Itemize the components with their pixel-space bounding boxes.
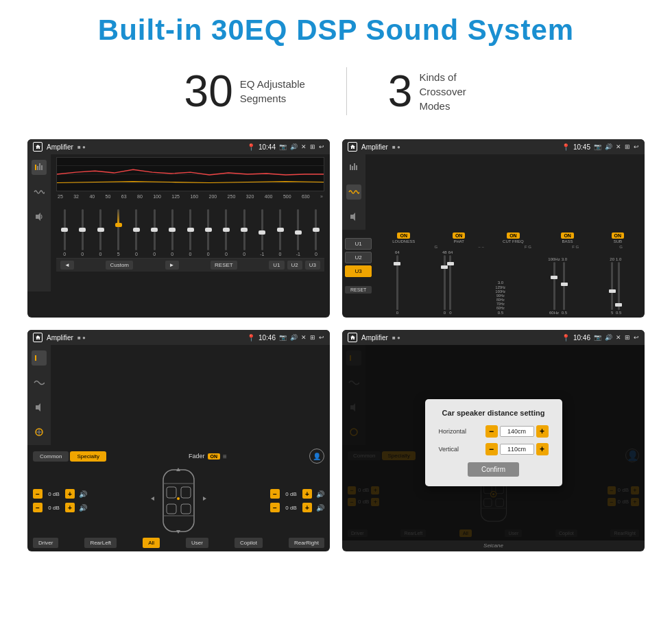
crossover-sidebar (342, 154, 365, 230)
eq-slider-14: -1 (290, 209, 307, 257)
fader-sidebar-eq-icon[interactable] (32, 350, 47, 366)
dialog-horizontal-minus[interactable]: − (485, 425, 498, 438)
svg-point-26 (177, 497, 180, 500)
eq-slider-6: 0 (146, 209, 163, 257)
stat-desc-crossover: Kinds of Crossover Modes (419, 70, 488, 113)
fader-rearleft-btn[interactable]: RearLeft (84, 538, 117, 548)
eq-slider-3: 0 (92, 209, 108, 257)
loudness-slider: 64 0 (395, 250, 400, 315)
eq-slider-2: 0 (74, 209, 91, 257)
svg-rect-10 (354, 163, 355, 170)
stat-desc-eq: EQ Adjustable Segments (240, 77, 305, 106)
stat-item-crossover: 3 Kinds of Crossover Modes (347, 69, 529, 113)
bass-sliders: 100Hz 60Hz 3.0 0.5 (548, 257, 567, 315)
crossover-time: 10:45 (573, 143, 590, 151)
crossover-reset-button[interactable]: RESET (345, 286, 372, 294)
fader-copilot-btn[interactable]: Copilot (235, 538, 263, 548)
dialog-horizontal-plus[interactable]: + (536, 425, 549, 438)
fader-tl-minus[interactable]: − (33, 489, 43, 499)
cutfreq-slider: 3.0 125Hz 100Hz 90Hz 80Hz 70Hz 60Hz (496, 281, 505, 315)
fader-common-tab[interactable]: Common (33, 451, 69, 462)
svg-marker-14 (36, 403, 40, 412)
eq-slider-11: 0 (236, 209, 252, 257)
ch-loudness: ON LOUDNESS (392, 232, 415, 243)
svg-rect-1 (37, 166, 38, 170)
fader-driver-btn[interactable]: Driver (33, 538, 58, 548)
home-icon[interactable] (33, 142, 43, 152)
fader-rearright-btn[interactable]: RearRight (289, 538, 324, 548)
svg-rect-2 (39, 163, 40, 170)
fader-br-minus[interactable]: − (270, 503, 280, 512)
fader-bl-minus[interactable]: − (33, 503, 43, 512)
crossover-sidebar-vol-icon[interactable] (346, 209, 361, 224)
svg-rect-9 (352, 166, 353, 170)
fader-tr-minus[interactable]: − (270, 489, 280, 499)
eq-play-button[interactable]: ► (165, 261, 179, 270)
dialog-title: Car speaker distance setting (439, 409, 549, 417)
eq-slider-7: 0 (164, 209, 180, 257)
eq-custom-button[interactable]: Custom (106, 261, 133, 270)
eq-volume-icon: 🔊 (290, 143, 298, 150)
fader-sidebar-vol-icon[interactable] (32, 400, 47, 415)
eq-prev-button[interactable]: ◄ (60, 261, 74, 270)
distance-status-bar: Amplifier ■ ● 📍 10:46 📷 🔊 ✕ ⊞ ↩ (342, 330, 645, 345)
dialog-horizontal-label: Horizontal (439, 428, 477, 435)
fader-sidebar-wave-icon[interactable] (32, 375, 47, 390)
fader-on-label: Fader ON ≡ (189, 453, 227, 460)
eq-sidebar (27, 154, 51, 291)
svg-marker-30 (203, 497, 206, 501)
page-wrapper: Built-in 30EQ DSP Sound System 30 EQ Adj… (0, 0, 672, 572)
svg-rect-24 (181, 504, 191, 514)
svg-rect-18 (163, 470, 194, 532)
eq-u3-button[interactable]: U3 (305, 261, 320, 270)
fader-sidebar-balance-icon[interactable] (32, 425, 47, 440)
eq-content: 2532 4050 6380 100125 160200 250320 4005… (27, 154, 330, 291)
fader-bl-control: − 0 dB + 🔊 (33, 503, 87, 512)
crossover-sidebar-wave-icon[interactable] (346, 184, 361, 200)
fader-status-right: 📍 10:46 📷 🔊 ✕ ⊞ ↩ (247, 334, 324, 342)
fader-tl-plus[interactable]: + (65, 489, 75, 499)
dialog-vertical-plus[interactable]: + (536, 443, 549, 455)
eq-u1-button[interactable]: U1 (269, 261, 284, 270)
fader-body: − 0 dB + 🔊 − 0 dB + 🔊 (33, 466, 324, 535)
eq-status-right: 📍 10:44 📷 🔊 ✕ ⊞ ↩ (247, 143, 324, 151)
fader-all-btn[interactable]: All (143, 538, 160, 548)
crossover-u1-button[interactable]: U1 (345, 238, 372, 250)
eq-sidebar-wave-icon[interactable] (32, 184, 47, 200)
eq-app-label: Amplifier (47, 143, 73, 151)
fader-home-icon[interactable] (33, 333, 43, 342)
eq-back-icon: ↩ (319, 143, 324, 150)
eq-slider-5: 0 (128, 209, 145, 257)
ch-phat: ON PHAT (453, 232, 466, 243)
distance-home-icon[interactable] (348, 333, 357, 342)
eq-reset-button[interactable]: RESET (211, 261, 237, 270)
crossover-content: U1 U2 U3 RESET ON LOUDNESS (342, 154, 645, 318)
dialog-confirm-button[interactable]: Confirm (468, 462, 519, 477)
fader-tr-plus[interactable]: + (302, 489, 312, 499)
crossover-sidebar-eq-icon[interactable] (346, 160, 361, 175)
svg-rect-22 (181, 487, 191, 498)
stat-number-crossover: 3 (388, 69, 413, 113)
eq-u2-button[interactable]: U2 (287, 261, 302, 270)
eq-bottom-bar: ◄ Custom ► RESET U1 U2 U3 (56, 258, 324, 272)
fader-bl-plus[interactable]: + (65, 503, 75, 512)
fader-br-plus[interactable]: + (302, 503, 312, 512)
dialog-horizontal-row: Horizontal − 140cm + (439, 425, 549, 438)
dialog-horizontal-input: − 140cm + (485, 425, 549, 438)
sub-sliders: 20 5 1.0 0.5 (610, 257, 621, 315)
fader-specialty-tab[interactable]: Specialty (70, 451, 106, 462)
crossover-u3-button[interactable]: U3 (345, 265, 372, 277)
fader-user-btn[interactable]: User (186, 538, 208, 548)
screen-distance: Amplifier ■ ● 📍 10:46 📷 🔊 ✕ ⊞ ↩ (342, 330, 645, 551)
crossover-u2-button[interactable]: U2 (345, 252, 372, 263)
stats-row: 30 EQ Adjustable Segments 3 Kinds of Cro… (27, 67, 645, 115)
svg-rect-21 (167, 487, 176, 498)
ch-sub: ON SUB (612, 232, 625, 243)
eq-sidebar-vol-icon[interactable] (32, 209, 47, 224)
eq-sidebar-eq-icon[interactable] (32, 160, 47, 175)
crossover-home-icon[interactable] (348, 142, 357, 152)
distance-content: Common Specialty Fader ON 👤 − 0 dB + (342, 345, 645, 540)
distance-status-right: 📍 10:46 📷 🔊 ✕ ⊞ ↩ (562, 334, 639, 342)
dialog-vertical-minus[interactable]: − (485, 443, 498, 455)
fader-top-row: Common Specialty Fader ON ≡ 👤 (33, 449, 324, 464)
